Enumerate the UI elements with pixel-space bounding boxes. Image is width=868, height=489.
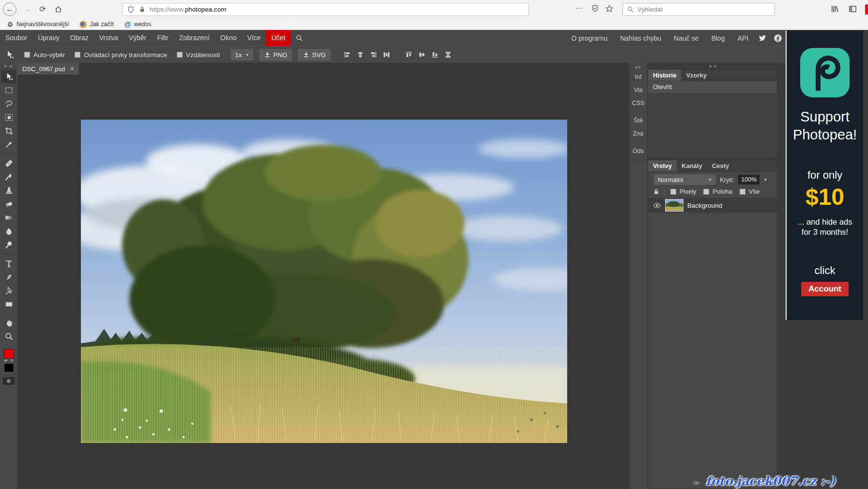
align-right-icon[interactable] [370, 51, 377, 59]
support-ad[interactable]: Support Photopea! for only $10 ... and h… [786, 31, 863, 320]
path-select-tool[interactable] [1, 284, 16, 297]
menu-nauc-se[interactable]: Nauč se [667, 34, 705, 42]
page-actions-button[interactable]: ⋯ [575, 4, 583, 13]
visibility-eye-icon[interactable] [653, 201, 661, 210]
align-bottom-icon[interactable] [431, 51, 439, 59]
account-button[interactable]: Account [801, 282, 849, 296]
panels-collapse-button[interactable]: > < [709, 64, 717, 69]
menu-api[interactable]: API [731, 34, 755, 42]
align-middle-icon[interactable] [418, 51, 426, 59]
distances-checkbox[interactable]: Vzdálenosti [177, 51, 220, 59]
forward-button[interactable]: → [20, 2, 34, 16]
tab-vrstvy[interactable]: Vrstvy [648, 160, 677, 171]
export-svg-button[interactable]: SVG [298, 49, 331, 61]
eraser-tool[interactable] [1, 197, 16, 211]
type-tool[interactable] [1, 257, 16, 270]
blur-tool[interactable] [1, 224, 16, 238]
tab-stetec[interactable]: Ště [634, 114, 643, 127]
menu-o-programu[interactable]: O programu [565, 34, 614, 42]
align-top-icon[interactable] [405, 51, 413, 59]
menu-obraz[interactable]: Obraz [65, 30, 94, 46]
link-layers-icon[interactable] [693, 480, 700, 486]
foreground-color-swatch[interactable] [4, 349, 14, 358]
document-tab[interactable]: DSC_0967.psd ✕ [17, 63, 79, 75]
tab-vzorky[interactable]: Vzorky [681, 70, 712, 81]
sidebar-toggle-button[interactable] [848, 4, 857, 14]
align-left-icon[interactable] [343, 51, 351, 59]
menu-upravy[interactable]: Úpravy [32, 30, 64, 46]
layer-row-background[interactable]: Background [648, 198, 777, 213]
menu-vrstva[interactable]: Vrstva [94, 30, 124, 46]
distribute-v-icon[interactable] [444, 51, 452, 59]
layer-thumbnail[interactable] [665, 199, 683, 212]
blend-mode-select[interactable]: Normální ▼ [654, 174, 716, 185]
transform-controls-checkbox[interactable]: Ovládací prvky transformace [75, 51, 167, 59]
facebook-link[interactable] [774, 34, 782, 43]
menu-search-button[interactable] [291, 30, 308, 46]
clone-stamp-tool[interactable] [1, 183, 16, 197]
zoom-tool[interactable] [1, 330, 16, 343]
menu-ucet[interactable]: Účet [266, 30, 291, 46]
protections-shield-button[interactable] [591, 4, 599, 13]
toolbar-collapse-button[interactable]: > < [4, 63, 13, 70]
menu-okno[interactable]: Okno [215, 30, 242, 46]
object-selection-tool[interactable] [1, 110, 16, 124]
photo-document[interactable] [81, 120, 567, 443]
tab-historie[interactable]: Historie [648, 70, 681, 81]
menu-nahlas-chybu[interactable]: Nahlas chybu [614, 34, 667, 42]
close-icon[interactable]: ✕ [70, 66, 74, 72]
lock-all-checkbox[interactable]: Vše [740, 188, 760, 195]
brush-tool[interactable] [1, 170, 16, 183]
tab-css[interactable]: CSS [632, 97, 645, 110]
strip-collapse-button[interactable]: <> [635, 64, 641, 71]
crop-tool[interactable] [1, 124, 16, 138]
swatch-controls[interactable]: ⇄D [4, 358, 13, 363]
move-tool[interactable] [1, 70, 16, 83]
menu-filtr[interactable]: Filtr [152, 30, 173, 46]
tab-odstavec[interactable]: Ods [633, 145, 644, 158]
tab-vlastnosti[interactable]: Vla [634, 84, 642, 97]
pen-tool[interactable] [1, 270, 16, 284]
gradient-tool[interactable] [1, 211, 16, 224]
bookmark-wedos[interactable]: @ wedos [124, 21, 152, 28]
bookmark-most-visited[interactable]: Nejnavštěvovanější [7, 21, 69, 28]
marquee-tool[interactable] [1, 83, 16, 97]
bookmark-get-started[interactable]: Jak začít [79, 21, 113, 28]
lasso-tool[interactable] [1, 97, 16, 110]
opacity-dropdown-icon[interactable]: ▼ [763, 178, 767, 182]
menu-vice[interactable]: Více [242, 30, 266, 46]
back-button[interactable]: ← [3, 2, 16, 16]
swap-colors-icon[interactable]: ⇄ [4, 358, 8, 363]
library-button[interactable] [830, 4, 839, 14]
opacity-input[interactable]: 100% [738, 175, 760, 184]
align-center-h-icon[interactable] [356, 51, 364, 59]
default-colors-icon[interactable]: D [10, 358, 13, 363]
tab-cesty[interactable]: Cesty [707, 160, 734, 171]
home-button[interactable] [51, 2, 65, 16]
dodge-tool[interactable] [1, 238, 16, 251]
zoom-select[interactable]: 1x ▼ [231, 49, 253, 61]
lock-position-checkbox[interactable]: Poloha [703, 188, 732, 195]
reload-button[interactable]: ⟳ [36, 2, 49, 16]
background-color-swatch[interactable] [4, 363, 14, 372]
history-item-open[interactable]: Otevřít [648, 81, 777, 93]
healing-brush-tool[interactable] [1, 156, 16, 170]
menu-blog[interactable]: Blog [705, 34, 731, 42]
twitter-link[interactable] [758, 34, 767, 43]
shape-tool[interactable] [1, 297, 16, 311]
browser-search-box[interactable] [622, 3, 775, 16]
tab-znaky[interactable]: Zna [633, 127, 644, 140]
export-png-button[interactable]: PNG [259, 49, 292, 61]
search-input[interactable] [637, 6, 754, 13]
tab-info[interactable]: Inf [635, 71, 642, 84]
hand-tool[interactable] [1, 316, 16, 330]
eyedropper-tool[interactable] [1, 138, 16, 151]
menu-vyber[interactable]: Výběr [124, 30, 152, 46]
quick-mask-button[interactable] [3, 377, 15, 385]
lock-pixels-checkbox[interactable]: Pixely [670, 188, 697, 195]
distribute-h-icon[interactable] [383, 51, 390, 59]
bookmark-star-button[interactable] [605, 4, 614, 13]
menu-zobrazeni[interactable]: Zobrazení [174, 30, 215, 46]
url-bar[interactable]: https://www.photopea.com [122, 3, 529, 16]
auto-select-checkbox[interactable]: Auto-výběr [24, 51, 65, 59]
